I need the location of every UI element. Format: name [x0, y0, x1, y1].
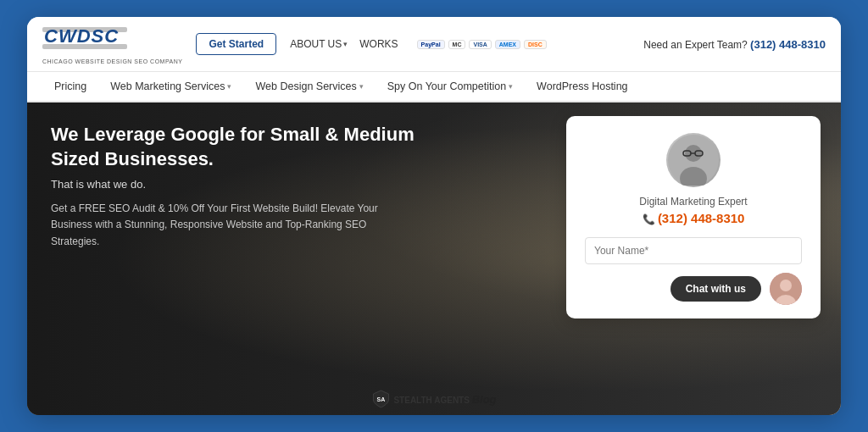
amex-icon: AMEX [495, 40, 520, 49]
paypal-icon: PayPal [417, 40, 445, 49]
avatar-image [668, 135, 719, 186]
card-phone-number[interactable]: (312) 448-8310 [643, 211, 745, 225]
top-nav: ABOUT US ▾ WORKS [290, 38, 398, 50]
about-us-nav[interactable]: ABOUT US ▾ [290, 38, 348, 50]
contact-card-wrapper: Digital Marketing Expert (312) 448-8310 … [566, 116, 821, 318]
main-nav: Pricing Web Marketing Services ▾ Web Des… [27, 72, 841, 102]
svg-text:SA: SA [377, 396, 386, 402]
chat-avatar [770, 273, 802, 305]
expert-contact-text: Need an Expert Team? (312) 448-8310 [643, 38, 826, 51]
watermark: SA STEALTH AGENTS Blog [371, 390, 496, 408]
hero-section: We Leverage Google for Small & Medium Si… [27, 102, 841, 415]
watermark-brand: STEALTH AGENTS Blog [393, 393, 496, 406]
nav-wordpress-hosting[interactable]: WordPress Hosting [525, 72, 639, 101]
nav-web-marketing[interactable]: Web Marketing Services ▾ [98, 72, 243, 101]
hero-subtitle: That is what we do. [51, 178, 417, 191]
svg-point-10 [780, 280, 792, 291]
top-bar: CWDSC CHICAGO WEBSITE DESIGN SEO COMPANY… [27, 17, 841, 72]
chevron-down-icon: ▾ [509, 82, 513, 91]
logo-subtitle: CHICAGO WEBSITE DESIGN SEO COMPANY [42, 58, 182, 64]
watermark-blog-label: Blog [472, 393, 497, 406]
hero-title: We Leverage Google for Small & Medium Si… [51, 123, 417, 171]
chat-avatar-image [770, 273, 802, 305]
visa-icon: VISA [469, 40, 491, 49]
nav-spy-competition[interactable]: Spy On Your Competition ▾ [376, 72, 525, 101]
logo-area: CWDSC CHICAGO WEBSITE DESIGN SEO COMPANY [42, 24, 182, 64]
payment-icons-area: PayPal MC VISA AMEX DISC [417, 40, 547, 49]
nav-web-design[interactable]: Web Design Services ▾ [243, 72, 375, 101]
chevron-down-icon: ▾ [227, 82, 231, 91]
expert-phone-number[interactable]: (312) 448-8310 [750, 38, 826, 51]
hero-content: We Leverage Google for Small & Medium Si… [27, 102, 434, 272]
chat-row: Chat with us [585, 273, 802, 305]
get-started-button[interactable]: Get Started [196, 33, 276, 55]
avatar [666, 133, 721, 187]
mastercard-icon: MC [448, 40, 466, 49]
expert-title-label: Digital Marketing Expert [639, 196, 747, 208]
contact-card: Digital Marketing Expert (312) 448-8310 … [566, 116, 821, 318]
svg-text:CWDSC: CWDSC [44, 25, 119, 47]
name-input[interactable] [585, 237, 802, 264]
nav-pricing[interactable]: Pricing [42, 72, 98, 101]
shield-icon: SA [371, 390, 390, 408]
chat-button[interactable]: Chat with us [670, 276, 761, 302]
discover-icon: DISC [524, 40, 547, 49]
chevron-down-icon: ▾ [343, 40, 348, 48]
chevron-down-icon: ▾ [359, 82, 364, 91]
works-nav[interactable]: WORKS [359, 38, 398, 50]
logo-svg: CWDSC [42, 24, 144, 53]
logo-text: CWDSC [42, 24, 144, 57]
hero-description: Get a FREE SEO Audit & 10% Off Your Firs… [51, 201, 417, 250]
